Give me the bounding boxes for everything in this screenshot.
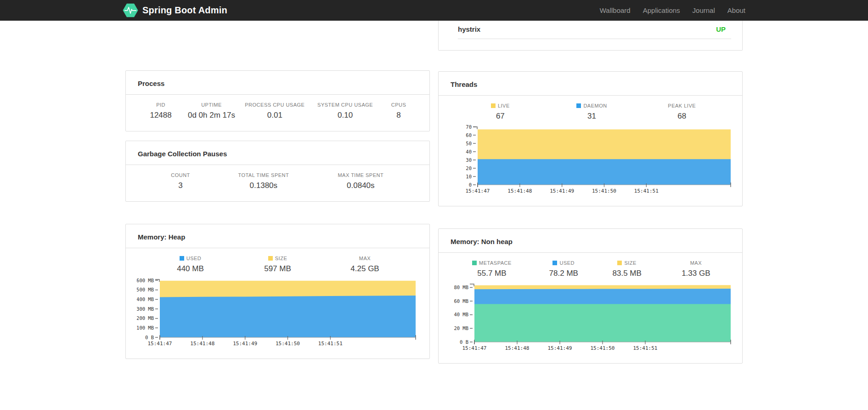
svg-text:10: 10 [466, 174, 472, 179]
metric-value: 0.1380s [224, 181, 303, 190]
memory-nonheap-chart: 80 MB60 MB40 MB20 MB0 B15:41:4715:41:481… [450, 282, 731, 352]
svg-text:40: 40 [466, 149, 472, 154]
memory-heap-card: Memory: Heap USED 440 MB SIZE 597 MB MAX… [125, 224, 430, 359]
svg-text:30: 30 [466, 157, 472, 163]
main-content: Process PID 12488 UPTIME 0d 0h 2m 17s PR… [125, 21, 743, 364]
metric-value: 0d 0h 2m 17s [185, 111, 238, 120]
threads-card-title: Threads [439, 72, 742, 96]
legend-value: 78.2 MB [534, 269, 593, 278]
legend-value: 1.33 GB [661, 269, 731, 278]
legend-label: LIVE [498, 103, 510, 108]
svg-text:15:41:48: 15:41:48 [505, 345, 530, 351]
metric-value: 0.0840s [303, 181, 418, 190]
legend-swatch-size [268, 256, 273, 261]
svg-text:15:41:50: 15:41:50 [276, 341, 300, 347]
gc-card: Garbage Collection Pauses COUNT 3 TOTAL … [125, 141, 430, 202]
svg-text:15:41:50: 15:41:50 [591, 345, 615, 351]
metric-label: TOTAL TIME SPENT [224, 172, 303, 178]
memory-heap-card-title: Memory: Heap [126, 224, 429, 248]
legend-value: 68 [632, 112, 731, 121]
application-status-badge: UP [716, 25, 726, 33]
metric-label: PROCESS CPU USAGE [238, 102, 311, 108]
svg-text:400 MB: 400 MB [137, 296, 154, 302]
legend-label: METASPACE [479, 260, 512, 266]
svg-text:15:41:47: 15:41:47 [462, 345, 487, 351]
svg-text:60 MB: 60 MB [454, 298, 468, 304]
legend-label: SIZE [624, 260, 636, 266]
svg-text:300 MB: 300 MB [137, 306, 154, 312]
svg-text:600 MB: 600 MB [137, 278, 154, 283]
nav-item-wallboard[interactable]: Wallboard [600, 6, 631, 14]
application-name: hystrix [458, 25, 480, 33]
brand-title: Spring Boot Admin [142, 5, 227, 16]
svg-text:15:41:47: 15:41:47 [148, 341, 172, 347]
nav-links: Wallboard Applications Journal About [587, 6, 745, 14]
svg-text:40 MB: 40 MB [454, 312, 468, 317]
process-card-title: Process [126, 71, 429, 95]
nav-item-applications[interactable]: Applications [643, 6, 680, 14]
legend-value: 67 [450, 112, 551, 121]
nav-item-about[interactable]: About [727, 6, 745, 14]
svg-text:0 B: 0 B [145, 335, 154, 340]
legend-label: SIZE [275, 256, 287, 261]
svg-text:15:41:51: 15:41:51 [318, 341, 343, 347]
svg-text:0 B: 0 B [460, 339, 468, 345]
process-metrics: PID 12488 UPTIME 0d 0h 2m 17s PROCESS CP… [137, 102, 418, 120]
svg-text:15:41:51: 15:41:51 [634, 188, 659, 194]
right-column: hystrix UP Threads LIVE 67 DAEMON 31 [438, 21, 743, 364]
brand[interactable]: Spring Boot Admin [123, 3, 227, 17]
threads-chart: 70605040302010015:41:4715:41:4815:41:491… [450, 125, 731, 195]
svg-text:15:41:49: 15:41:49 [550, 188, 574, 194]
metric-label: MAX TIME SPENT [303, 172, 418, 178]
svg-text:500 MB: 500 MB [137, 287, 154, 292]
metric-label: COUNT [137, 172, 224, 178]
legend-value: 31 [551, 112, 633, 121]
svg-text:15:41:51: 15:41:51 [633, 345, 658, 351]
svg-text:15:41:48: 15:41:48 [507, 188, 532, 194]
nav-item-journal[interactable]: Journal [693, 6, 715, 14]
svg-text:200 MB: 200 MB [137, 315, 154, 321]
svg-text:100 MB: 100 MB [137, 325, 154, 330]
metric-value: 8 [379, 111, 418, 120]
legend-value: 83.5 MB [593, 269, 661, 278]
memory-nonheap-card: Memory: Non heap METASPACE 55.7 MB USED … [438, 228, 743, 364]
legend-label: MAX [311, 256, 418, 261]
svg-text:20 MB: 20 MB [454, 325, 468, 331]
left-column: Process PID 12488 UPTIME 0d 0h 2m 17s PR… [125, 21, 430, 364]
legend-swatch-used [180, 256, 184, 261]
legend-swatch-daemon [576, 103, 581, 108]
metric-label: CPUS [379, 102, 418, 108]
legend-label: PEAK LIVE [632, 103, 731, 108]
nonheap-legend: METASPACE 55.7 MB USED 78.2 MB SIZE 83.5… [450, 260, 731, 278]
svg-text:15:41:48: 15:41:48 [190, 341, 214, 347]
svg-text:20: 20 [466, 165, 472, 171]
svg-text:60: 60 [466, 132, 472, 138]
metric-value: 0.10 [311, 111, 379, 120]
spring-boot-admin-logo-icon [123, 3, 138, 17]
legend-value: 4.25 GB [311, 264, 418, 273]
navbar: Spring Boot Admin Wallboard Applications… [0, 0, 868, 21]
gc-metrics: COUNT 3 TOTAL TIME SPENT 0.1380s MAX TIM… [137, 172, 418, 190]
heap-legend: USED 440 MB SIZE 597 MB MAX 4.25 GB [137, 256, 418, 273]
svg-text:15:41:47: 15:41:47 [466, 188, 490, 194]
metric-value: 12488 [137, 111, 185, 120]
legend-swatch-size [617, 261, 622, 265]
application-status-card: hystrix UP [438, 21, 743, 51]
gc-card-title: Garbage Collection Pauses [126, 141, 429, 165]
application-row[interactable]: hystrix UP [458, 21, 731, 39]
svg-text:70: 70 [466, 125, 472, 130]
metric-label: SYSTEM CPU USAGE [311, 102, 379, 108]
legend-label: USED [559, 260, 575, 266]
legend-swatch-metaspace [472, 261, 477, 265]
legend-label: USED [186, 256, 202, 261]
legend-label: MAX [661, 260, 731, 266]
legend-swatch-live [491, 103, 496, 108]
legend-value: 597 MB [244, 264, 311, 273]
svg-text:15:41:49: 15:41:49 [233, 341, 257, 347]
metric-label: PID [137, 102, 185, 108]
threads-legend: LIVE 67 DAEMON 31 PEAK LIVE 68 [450, 103, 731, 121]
threads-card: Threads LIVE 67 DAEMON 31 PEAK LIVE 68 [438, 71, 743, 206]
svg-text:50: 50 [466, 141, 472, 146]
memory-heap-chart: 600 MB500 MB400 MB300 MB200 MB100 MB0 B1… [137, 277, 418, 347]
legend-label: DAEMON [583, 103, 607, 108]
